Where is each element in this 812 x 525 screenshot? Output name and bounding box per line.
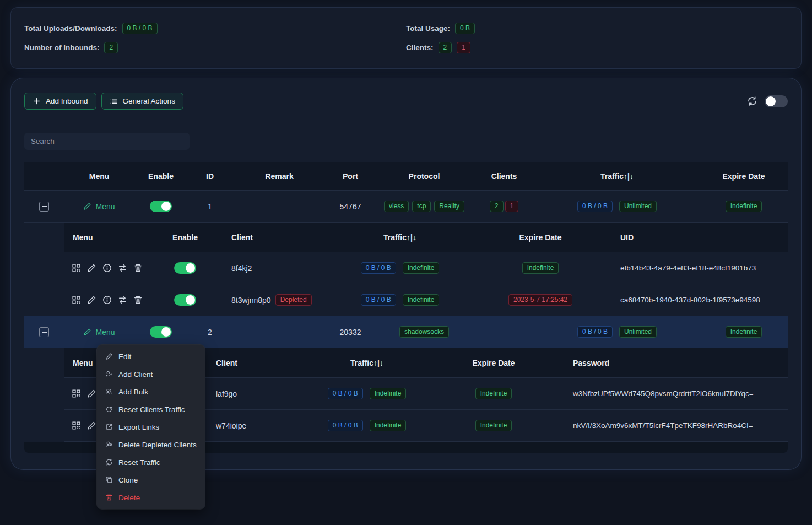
client-expire-badge: Indefinite	[475, 420, 512, 431]
header-menu: Menu	[64, 223, 152, 252]
menu-item-label: Delete Depleted Clients	[118, 441, 197, 449]
toggle-knob	[161, 202, 171, 211]
menu-item-add-client[interactable]: Add Client	[97, 365, 205, 383]
qrcode-icon[interactable]	[72, 263, 81, 273]
inbound-menu-trigger[interactable]: Menu	[83, 202, 115, 211]
info-icon[interactable]	[102, 295, 112, 305]
header-expand-spacer	[24, 162, 64, 190]
clients-table-header: Menu Enable Client Traffic↑|↓ Expire Dat…	[64, 223, 788, 252]
edit-icon[interactable]	[87, 389, 96, 398]
qrcode-icon[interactable]	[72, 421, 81, 430]
menu-item-clone[interactable]: Clone	[97, 471, 205, 489]
reset-traffic-icon[interactable]	[118, 263, 127, 273]
client-traffic-limit-badge: Indefinite	[403, 294, 440, 306]
protocol-badge: vless	[384, 201, 409, 212]
stat-clients: Clients: 2 1	[406, 42, 788, 53]
search-input[interactable]	[24, 133, 190, 150]
header-traffic-sort[interactable]: Traffic↑|↓	[534, 162, 700, 190]
client-traffic-badge: 0 B / 0 B	[361, 262, 396, 274]
delete-icon[interactable]	[133, 295, 143, 305]
inbound-row-2: Menu 2 20332 shadowsocks 0 B / 0 B Unlim…	[24, 316, 788, 348]
clients-depleted-badge: 1	[505, 201, 519, 212]
toolbar: Add Inbound General Actions	[24, 93, 788, 110]
menu-item-label: Edit	[118, 353, 131, 361]
traffic-badge: 0 B / 0 B	[577, 326, 613, 338]
toggle-knob	[766, 96, 776, 106]
refresh-icon[interactable]	[747, 96, 757, 106]
reset-traffic-icon[interactable]	[118, 295, 127, 305]
edit-icon[interactable]	[87, 295, 96, 305]
minus-icon	[42, 332, 47, 333]
export-links-icon	[105, 423, 113, 431]
client-traffic-badge: 0 B / 0 B	[328, 388, 363, 399]
menu-item-reset-clients-traffic[interactable]: Reset Clients Traffic	[97, 400, 205, 418]
expire-badge: Indefinite	[726, 201, 762, 212]
dark-mode-toggle[interactable]	[765, 95, 788, 107]
delete-icon[interactable]	[133, 263, 143, 273]
client-password: w3NfbzUPf5WWd745Q8pvsmQrdrttT2lO6knuI7Di…	[560, 378, 788, 409]
menu-item-add-bulk[interactable]: Add Bulk	[97, 383, 205, 400]
traffic-badge: 0 B / 0 B	[577, 201, 613, 212]
traffic-limit-badge: Unlimited	[619, 201, 657, 212]
inbound-row-1: Menu 1 54767 vless tcp Reality 2 1 0 B /…	[24, 191, 788, 223]
client-name: 8t3wjnn8p0	[231, 296, 271, 305]
menu-item-delete-depleted-clients[interactable]: Delete Depleted Clients	[97, 436, 205, 453]
inbound-remark	[232, 316, 326, 348]
menu-item-label: Clone	[118, 476, 138, 484]
menu-trigger-label: Menu	[95, 328, 115, 337]
stat-label: Total Uploads/Downloads:	[24, 24, 117, 33]
header-remark: Remark	[232, 162, 326, 190]
menu-item-label: Reset Traffic	[118, 458, 160, 467]
menu-trigger-label: Menu	[95, 202, 115, 211]
toolbar-right	[747, 95, 788, 107]
header-enable: Enable	[134, 162, 187, 190]
header-traffic-sort[interactable]: Traffic↑|↓	[306, 348, 427, 377]
client-password: nkV/I/3XoAm9v6xMT/T5lcrF4TpeTKF98rHARbRo…	[560, 410, 788, 441]
edit-icon[interactable]	[87, 421, 96, 430]
collapse-row-button[interactable]	[39, 202, 49, 212]
inbound-port: 54767	[326, 191, 375, 222]
client-uid: efb14b43-4a79-4e83-ef18-e48cf1901b73	[620, 252, 788, 284]
inbound-enable-switch[interactable]	[150, 201, 172, 212]
stat-label: Total Usage:	[406, 24, 450, 33]
minus-icon	[42, 206, 47, 207]
clients-active-badge: 2	[490, 201, 504, 212]
menu-item-edit[interactable]: Edit	[97, 348, 205, 365]
menu-item-export-links[interactable]: Export Links	[97, 418, 205, 436]
client-uid: ca68470b-1940-437d-802b-1f9573e94598	[620, 284, 788, 316]
collapse-row-button[interactable]	[39, 327, 49, 337]
general-actions-button[interactable]: General Actions	[101, 93, 183, 110]
edit-icon[interactable]	[87, 263, 96, 273]
traffic-limit-badge: Unlimited	[619, 326, 657, 338]
reset-traffic-icon	[105, 458, 113, 466]
client-enable-switch[interactable]	[174, 262, 196, 274]
info-icon[interactable]	[102, 263, 112, 273]
qrcode-icon[interactable]	[72, 389, 81, 398]
header-expire-date: Expire Date	[700, 162, 788, 190]
inbound-enable-switch[interactable]	[150, 326, 172, 338]
menu-item-delete[interactable]: Delete	[97, 489, 205, 506]
client-enable-switch[interactable]	[174, 294, 196, 306]
header-id: ID	[187, 162, 232, 190]
inbound-id: 2	[187, 316, 232, 348]
menu-item-label: Add Client	[118, 370, 153, 378]
client-traffic-limit-badge: Indefinite	[370, 420, 407, 431]
inbound-actions-menu: Edit Add Client Add Bulk Reset Clients T…	[97, 345, 205, 509]
inbound-menu-trigger[interactable]: Menu	[83, 328, 115, 337]
delete-depleted-clients-icon	[105, 441, 113, 448]
protocol-badge: tcp	[412, 201, 431, 212]
add-inbound-button[interactable]: Add Inbound	[24, 93, 96, 110]
list-icon	[110, 97, 118, 105]
client-traffic-badge: 0 B / 0 B	[361, 294, 396, 306]
header-client: Client	[218, 223, 339, 252]
edit-icon	[83, 328, 91, 336]
plus-icon	[33, 97, 41, 105]
qrcode-icon[interactable]	[72, 295, 81, 305]
header-traffic-sort[interactable]: Traffic↑|↓	[339, 223, 461, 252]
menu-item-reset-traffic[interactable]: Reset Traffic	[97, 453, 205, 471]
inbound-1-clients-table: Menu Enable Client Traffic↑|↓ Expire Dat…	[24, 223, 788, 316]
header-protocol: Protocol	[375, 162, 474, 190]
header-password: Password	[560, 348, 788, 377]
protocol-badge: Reality	[434, 201, 464, 212]
header-port: Port	[326, 162, 375, 190]
